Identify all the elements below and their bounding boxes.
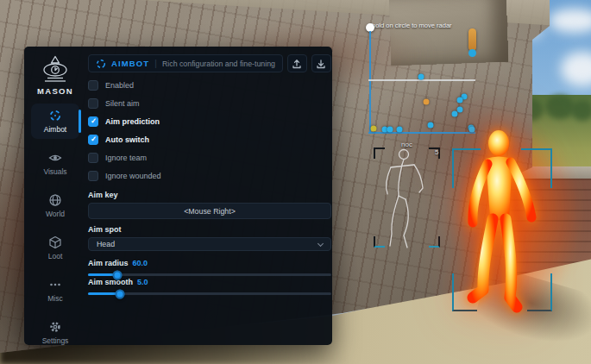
globe-icon	[48, 193, 62, 207]
aim-radius-label: Aim radius	[88, 259, 129, 267]
checkbox-aim-prediction[interactable]: Aim prediction	[88, 112, 331, 130]
player-box-corner	[452, 273, 477, 311]
sidebar-item-label: Misc	[47, 294, 62, 303]
sidebar-item-label: Visuals	[43, 167, 66, 176]
sidebar-item-loot[interactable]: Loot	[31, 230, 79, 266]
checkbox-box[interactable]	[88, 80, 98, 91]
cube-icon	[48, 235, 62, 249]
sidebar-item-label: Aimbot	[44, 125, 66, 134]
divider: |	[154, 59, 157, 68]
aim-smooth-row: Aim smooth 5.0	[88, 278, 331, 286]
radar-midline	[368, 79, 475, 81]
checkbox-ignore-team[interactable]: Ignore team	[88, 148, 331, 166]
checkbox-box[interactable]	[88, 135, 98, 145]
sidebar-item-misc[interactable]: Misc	[31, 273, 79, 308]
radar-hint-text: hold on circle to move radar	[372, 22, 452, 29]
slider-thumb[interactable]	[115, 289, 124, 298]
skeleton-box-corner	[374, 147, 385, 159]
export-config-button[interactable]	[287, 54, 307, 72]
player-box-corner	[452, 148, 481, 188]
aim-key-binding-button[interactable]: <Mouse Right>	[88, 203, 331, 219]
checkbox-label: Enabled	[105, 81, 134, 90]
checkbox-label: Ignore team	[105, 154, 147, 162]
enemy-name-label: noc	[374, 141, 440, 148]
tab-title-bar: AIMBOT | Rich configuration and fine-tun…	[88, 54, 283, 72]
panel-header: AIMBOT | Rich configuration and fine-tun…	[88, 54, 331, 72]
skeleton-box-corner	[374, 236, 385, 248]
game-screen: hold on circle to move radar noc 5	[0, 0, 591, 364]
chevron-down-icon	[318, 240, 324, 246]
cheat-menu-panel: MASON Aimbot Visuals	[24, 47, 332, 345]
aim-key-label: Aim key	[88, 191, 331, 199]
checkbox-enabled[interactable]: Enabled	[88, 76, 331, 94]
radar-left-edge	[369, 31, 371, 134]
reticle-icon	[96, 59, 106, 69]
player-box-corner	[527, 273, 552, 311]
checkbox-list: Enabled Silent aim Aim prediction Auto s…	[88, 76, 331, 185]
slider-thumb[interactable]	[112, 270, 122, 279]
sidebar-item-label: World	[46, 210, 65, 218]
download-icon	[316, 59, 326, 69]
checkbox-box[interactable]	[88, 171, 98, 181]
aim-spot-value: Head	[97, 240, 115, 248]
aim-spot-dropdown[interactable]: Head	[88, 237, 331, 251]
checkbox-label: Aim prediction	[105, 117, 160, 126]
crosshair-icon	[48, 109, 62, 122]
sidebar-item-label: Settings	[42, 336, 69, 345]
aim-radius-value: 60.0	[133, 259, 148, 267]
eye-icon	[48, 151, 62, 165]
checkbox-box[interactable]	[88, 98, 98, 109]
checkbox-box[interactable]	[88, 116, 98, 127]
panel-content: AIMBOT | Rich configuration and fine-tun…	[86, 47, 338, 345]
gear-icon	[48, 320, 62, 334]
checkbox-label: Ignore wounded	[105, 172, 161, 180]
sidebar-nav: Aimbot Visuals World	[24, 104, 86, 350]
upload-icon	[292, 59, 302, 69]
checkbox-label: Silent aim	[105, 99, 140, 108]
sidebar: MASON Aimbot Visuals	[24, 47, 86, 345]
sidebar-item-aimbot[interactable]: Aimbot	[31, 104, 79, 139]
logo: MASON	[37, 55, 73, 96]
sidebar-item-visuals[interactable]: Visuals	[31, 146, 79, 181]
mason-eye-logo-icon	[39, 55, 72, 84]
sidebar-item-label: Loot	[48, 252, 63, 260]
page-title: AIMBOT	[111, 59, 149, 68]
import-config-button[interactable]	[311, 54, 331, 72]
logo-label: MASON	[37, 86, 73, 96]
aim-spot-label: Aim spot	[88, 225, 331, 234]
ellipsis-icon	[48, 278, 62, 292]
enemy-distance-label: 5	[435, 148, 438, 156]
aim-radius-row: Aim radius 60.0	[88, 259, 331, 267]
page-subtitle: Rich configuration and fine-tuning	[162, 60, 275, 68]
aim-radius-slider[interactable]	[88, 273, 331, 276]
player-box-corner	[521, 148, 552, 188]
sidebar-item-settings[interactable]: Settings	[31, 315, 79, 350]
aim-smooth-label: Aim smooth	[88, 278, 133, 286]
checkbox-auto-switch[interactable]: Auto switch	[88, 130, 331, 148]
checkbox-label: Auto switch	[105, 135, 149, 144]
skeleton-box-corner	[429, 236, 440, 248]
radar-offscreen-marker	[468, 28, 476, 51]
aim-smooth-slider[interactable]	[88, 292, 331, 295]
checkbox-silent-aim[interactable]: Silent aim	[88, 94, 331, 112]
sidebar-item-world[interactable]: World	[31, 188, 79, 223]
checkbox-ignore-wounded[interactable]: Ignore wounded	[88, 166, 331, 185]
checkbox-box[interactable]	[88, 153, 98, 163]
radar-edge-dot	[468, 49, 476, 57]
aim-smooth-value: 5.0	[137, 278, 148, 286]
